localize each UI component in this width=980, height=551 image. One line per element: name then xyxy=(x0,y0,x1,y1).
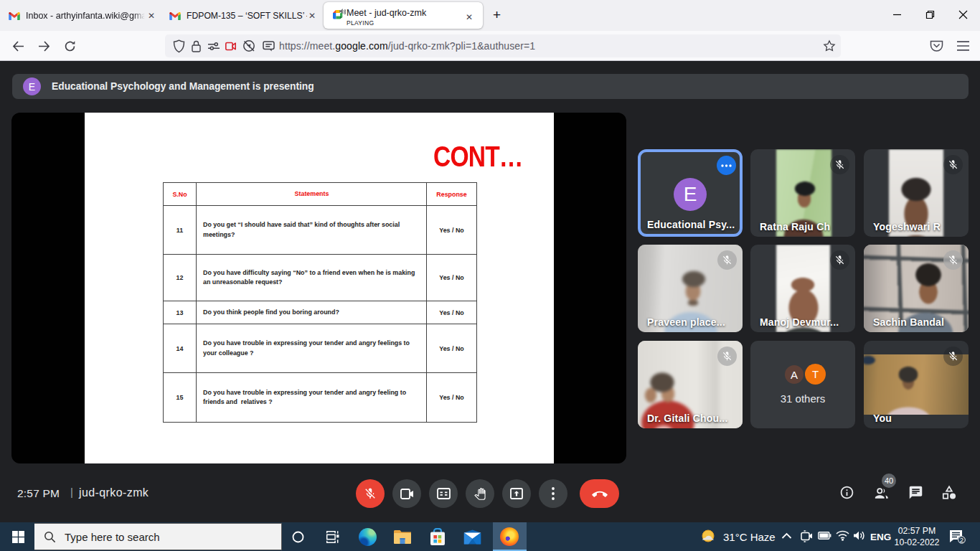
svg-text:2: 2 xyxy=(960,536,963,544)
